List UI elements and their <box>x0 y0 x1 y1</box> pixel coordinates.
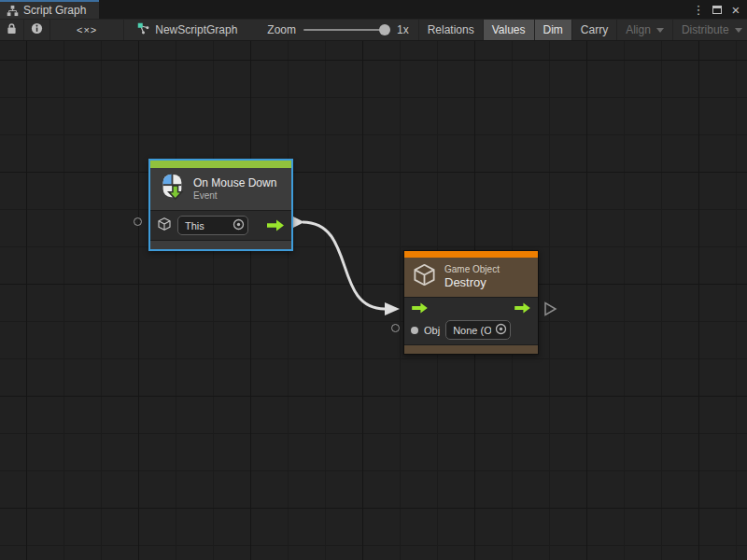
object-picker-icon[interactable] <box>233 218 245 232</box>
destroy-color-bar <box>404 251 538 258</box>
wire-layer <box>0 41 747 560</box>
destroy-trigger-input-port[interactable] <box>411 302 429 314</box>
carry-button[interactable]: Carry <box>572 20 617 40</box>
destroy-node-body: Obj None (O <box>404 297 538 344</box>
destroy-node-title: Destroy <box>444 275 500 289</box>
event-target-port[interactable] <box>134 217 142 226</box>
tab-bar: Script Graph ⋮ × <box>0 0 747 19</box>
lock-button[interactable] <box>0 20 24 40</box>
control-wire[interactable] <box>291 216 400 315</box>
event-node-body: This <box>150 210 291 240</box>
inspect-button[interactable] <box>24 20 50 40</box>
node-destroy[interactable]: Game Object Destroy <box>403 250 539 355</box>
destroy-trigger-output-port[interactable] <box>514 302 531 314</box>
script-graph-window: Script Graph ⋮ × <box>0 0 747 560</box>
zoom-slider[interactable] <box>303 29 389 31</box>
obj-value-field[interactable]: None (O <box>445 320 511 340</box>
obj-param-label: Obj <box>424 325 440 336</box>
zoom-control: Zoom 1x <box>247 20 417 40</box>
chevron-down-icon <box>656 28 664 33</box>
event-color-bar <box>150 161 291 168</box>
graph-name: NewScriptGraph <box>155 23 237 36</box>
align-dropdown[interactable]: Align <box>617 20 673 40</box>
maximize-icon[interactable] <box>710 2 725 17</box>
zoom-label: Zoom <box>267 23 296 36</box>
graph-tree-icon <box>7 5 19 17</box>
tab-script-graph[interactable]: Script Graph <box>0 0 99 19</box>
distribute-dropdown[interactable]: Distribute <box>673 20 747 40</box>
event-node-footer <box>150 240 291 249</box>
info-icon <box>31 22 43 37</box>
menu-icon[interactable]: ⋮ <box>691 2 706 17</box>
event-node-subtitle: Event <box>193 190 276 201</box>
graph-toolbar: <×> NewScriptGraph Zoom 1x Relations Val… <box>0 19 747 41</box>
graph-reference[interactable]: NewScriptGraph <box>124 20 247 40</box>
event-target-field[interactable]: This <box>177 216 248 235</box>
destroy-obj-port[interactable] <box>391 324 400 332</box>
close-icon[interactable]: × <box>728 2 743 17</box>
graph-canvas[interactable]: On Mouse Down Event This <box>0 41 747 560</box>
cube-icon <box>157 217 172 235</box>
code-view-button[interactable]: <×> <box>50 20 124 40</box>
destroy-output-arrow-icon[interactable] <box>545 303 556 315</box>
chevron-down-icon <box>735 28 742 33</box>
graph-asset-icon <box>137 22 149 37</box>
cube-icon <box>412 262 437 291</box>
zoom-slider-handle[interactable] <box>379 24 390 35</box>
window-controls: ⋮ × <box>691 0 747 19</box>
lock-icon <box>7 22 17 37</box>
event-node-title: On Mouse Down <box>193 176 276 189</box>
code-icon: <×> <box>77 24 97 35</box>
zoom-value: 1x <box>397 23 409 36</box>
mouse-down-icon <box>158 173 186 204</box>
tab-label: Script Graph <box>23 4 86 17</box>
obj-value-port[interactable] <box>411 327 418 334</box>
toolbar-toggles: Relations Values Dim Carry Align Distrib… <box>418 20 747 40</box>
values-button[interactable]: Values <box>484 20 535 40</box>
relations-button[interactable]: Relations <box>419 20 484 40</box>
node-on-mouse-down[interactable]: On Mouse Down Event This <box>148 159 293 251</box>
destroy-node-footer <box>404 344 538 354</box>
destroy-node-category: Game Object <box>444 264 500 274</box>
event-trigger-output-port[interactable] <box>266 219 285 231</box>
object-picker-icon[interactable] <box>495 323 507 337</box>
event-node-header: On Mouse Down Event <box>150 168 291 210</box>
dim-button[interactable]: Dim <box>535 20 572 40</box>
destroy-node-header: Game Object Destroy <box>404 258 538 297</box>
